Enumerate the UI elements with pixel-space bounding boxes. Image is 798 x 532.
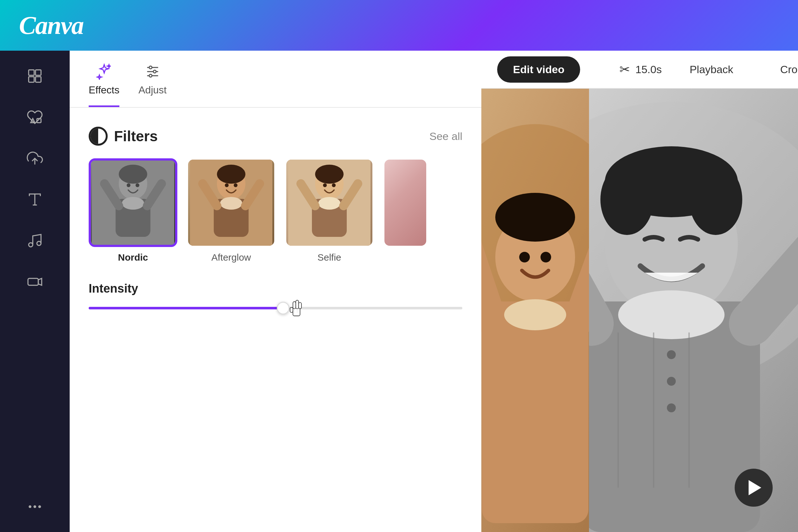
sidebar-item-templates[interactable] [22,63,48,89]
video-toolbar: Edit video ✂ 15.0s Playback Crop Flip [481,51,798,89]
filter-thumb-fourth[interactable] [383,158,428,247]
svg-point-39 [225,183,229,187]
svg-point-29 [127,183,131,187]
filter-thumb-afterglow[interactable] [187,158,276,247]
intensity-slider-thumb[interactable] [277,302,289,315]
adjust-tab-label: Adjust [138,84,167,96]
intensity-section: Intensity [89,282,462,309]
svg-point-62 [495,193,575,242]
effects-tab-label: Effects [89,84,119,96]
video-right-panel [589,89,798,532]
left-sidebar [0,51,70,532]
intensity-slider-fill [89,307,283,309]
filters-section-header: Filters See all [89,127,462,146]
svg-point-24 [119,165,147,184]
video-left-image [481,89,589,532]
svg-point-9 [29,243,33,247]
top-bar: Canva [0,0,798,51]
panel-tabs: Effects Adjust [70,51,481,108]
filter-selfie[interactable]: Selfie [285,158,374,263]
svg-point-44 [315,165,344,184]
svg-point-49 [323,183,327,187]
play-icon [748,480,761,495]
svg-marker-12 [38,278,42,285]
adjust-icon [145,63,161,80]
svg-point-68 [504,299,566,330]
filter-fourth[interactable] [383,158,428,263]
toolbar-trim-item[interactable]: ✂ 15.0s [612,57,669,82]
edit-video-button[interactable]: Edit video [497,56,580,83]
svg-point-46 [318,197,340,210]
svg-point-19 [149,66,152,69]
video-left-panel [481,89,589,532]
effects-panel: Effects Adjust Filters S [70,51,481,532]
canva-logo: Canva [19,11,83,40]
sidebar-item-uploads[interactable] [22,146,48,171]
svg-point-85 [667,403,676,412]
svg-point-79 [618,290,724,339]
svg-point-66 [519,252,530,263]
filter-thumb-nordic[interactable] [89,158,177,247]
crop-label: Crop [780,63,798,76]
duration-label: 15.0s [635,63,662,76]
svg-rect-11 [28,278,38,285]
filter-label-nordic: Nordic [118,252,148,263]
filters-icon [89,127,108,146]
sidebar-item-audio[interactable] [22,228,48,253]
filters-row: Nordic [89,158,462,263]
panel-content: Filters See all [70,108,481,328]
svg-rect-3 [36,77,41,82]
svg-point-15 [38,506,41,508]
svg-rect-60 [482,302,588,523]
svg-point-83 [667,350,676,359]
sidebar-item-more[interactable] [22,494,48,519]
svg-point-10 [37,241,41,245]
svg-point-50 [332,183,336,187]
playback-label: Playback [690,63,734,76]
svg-point-34 [217,165,245,184]
filter-label-selfie: Selfie [317,252,341,263]
tab-adjust[interactable]: Adjust [138,63,167,107]
filter-nordic[interactable]: Nordic [89,158,177,263]
intensity-label: Intensity [89,282,462,296]
tab-effects[interactable]: Effects [89,63,119,107]
svg-point-84 [667,377,676,386]
filters-section-title: Filters [114,128,158,145]
video-area: Edit video ✂ 15.0s Playback Crop Flip [481,51,798,532]
see-all-button[interactable]: See all [430,130,462,142]
filter-thumb-selfie[interactable] [285,158,374,247]
toolbar-playback-item[interactable]: Playback [682,58,741,81]
sidebar-item-video[interactable] [22,269,48,294]
svg-point-36 [220,197,242,210]
svg-rect-1 [36,70,41,75]
svg-point-75 [689,164,742,235]
svg-point-26 [122,197,144,210]
intensity-slider-track[interactable] [89,307,462,309]
svg-point-74 [601,164,653,235]
video-canvas [481,89,798,532]
effects-icon [96,63,112,80]
svg-rect-2 [29,77,34,82]
filter-label-afterglow: Afterglow [211,252,251,263]
toolbar-crop-item[interactable]: Crop [773,58,798,81]
svg-point-30 [135,183,139,187]
filter-afterglow[interactable]: Afterglow [187,158,276,263]
scissors-icon: ✂ [620,62,630,77]
svg-point-40 [234,183,238,187]
svg-rect-0 [29,70,34,75]
sidebar-item-elements[interactable] [22,104,48,130]
play-button[interactable] [735,469,773,507]
sidebar-item-text[interactable] [22,187,48,212]
filters-title-row: Filters [89,127,158,146]
svg-point-14 [34,506,36,508]
video-right-image [589,89,798,532]
svg-point-21 [149,74,152,77]
svg-point-13 [29,506,32,508]
svg-point-67 [540,252,551,263]
svg-point-20 [153,70,156,73]
